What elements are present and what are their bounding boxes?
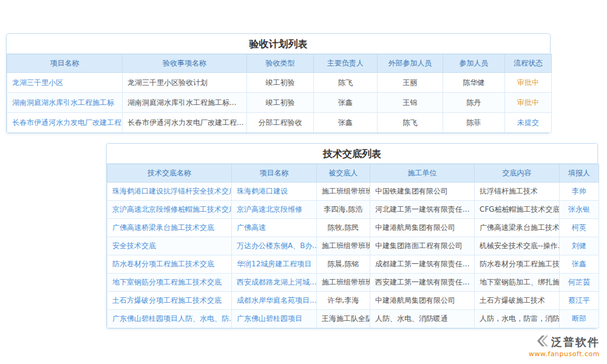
receiver-cell: 许华,李海 — [317, 292, 370, 310]
external-participants-cell: 王锦 — [378, 93, 443, 113]
column-header-owner: 主要负责人 — [314, 55, 378, 73]
acceptance-plan-title: 验收计划列表 — [7, 34, 550, 54]
project-name-link[interactable]: 成都水岸华庭名苑项目... — [232, 292, 317, 310]
acceptance-type-cell: 竣工初验 — [247, 93, 314, 113]
receiver-cell: 李四海,陈浩 — [317, 201, 370, 219]
project-name-link[interactable]: 珠海鹤港口建设 — [232, 183, 317, 201]
tech-disclosure-card: 技术交底列表 技术交底名称 项目名称 被交底人 施工单位 交底内容 填报人 珠海… — [106, 143, 598, 329]
receiver-cell: 施工班组带班班... — [317, 183, 370, 201]
project-name-link[interactable]: 广佛高速 — [232, 219, 317, 237]
unit-cell: 中建集团路面工程有限公司 — [370, 237, 475, 255]
table-row: 广东佛山碧桂园项目人防、水电、防... 广东佛山碧桂园项目 王海施工队全队 人防… — [107, 310, 599, 328]
owner-cell: 陈飞 — [314, 73, 378, 93]
reporter-link[interactable]: 张鑫 — [560, 255, 599, 274]
owner-cell: 张鑫 — [314, 113, 378, 133]
content-cell: 广佛高速梁承台施工技术... — [475, 219, 560, 237]
content-cell: 机械安全技术交底--操作... — [475, 237, 560, 255]
unit-cell: 成都建工第一建筑有限责任... — [370, 255, 475, 274]
content-cell: 抗浮锚杆施工技术 — [475, 183, 560, 201]
project-name-link[interactable]: 西安成都路龙湖上河城... — [232, 274, 317, 292]
table-row: 地下室钢筋分项工程施工技术交底 西安成都路龙湖上河城... 施工班组带班班...… — [107, 274, 599, 292]
table-row: 珠海鹤港口建设抗浮锚杆安全技术交底 珠海鹤港口建设 施工班组带班班... 中国铁… — [107, 183, 599, 201]
unit-cell: 中建港航局集团有限公司 — [370, 219, 475, 237]
disclosure-name-link[interactable]: 地下室钢筋分项工程施工技术交底 — [107, 274, 232, 292]
reporter-link[interactable]: 刘健 — [560, 237, 599, 255]
project-name-link[interactable]: 万达办公楼东侧A、B办... — [232, 237, 317, 255]
status-badge: 未提交 — [505, 113, 552, 133]
column-header-item: 验收事项名称 — [123, 55, 247, 73]
reporter-link[interactable]: 何芷茵 — [560, 274, 599, 292]
disclosure-header-row: 技术交底名称 项目名称 被交底人 施工单位 交底内容 填报人 — [107, 164, 599, 183]
column-header-unit: 施工单位 — [370, 164, 475, 183]
acceptance-plan-table: 项目名称 验收事项名称 验收类型 主要负责人 外部参加人员 参加人员 流程状态 … — [7, 54, 552, 133]
table-row: 防水卷材分项工程施工技术交底 华润12城房建工程项目 陈晨,陈铭 成都建工第一建… — [107, 255, 599, 274]
column-header-reporter: 填报人 — [560, 164, 599, 183]
project-name-link[interactable]: 湖南洞庭湖水库引水工程施工标 — [7, 93, 123, 113]
column-header-status: 流程状态 — [505, 55, 552, 73]
status-badge: 审批中 — [505, 73, 552, 93]
disclosure-name-link[interactable]: 珠海鹤港口建设抗浮锚杆安全技术交底 — [107, 183, 232, 201]
acceptance-item-cell: 长春市伊通河水力发电厂改建工程... — [123, 113, 247, 133]
participants-cell: 陈菲 — [443, 113, 505, 133]
receiver-cell: 陈晨,陈铭 — [317, 255, 370, 274]
unit-cell: 人防、水电、消防暖通 — [370, 310, 475, 328]
column-header-project: 项目名称 — [232, 164, 317, 183]
reporter-link[interactable]: 李帅 — [560, 183, 599, 201]
table-row: 湖南洞庭湖水库引水工程施工标 湖南洞庭湖水库引水工程施工标... 竣工初验 张鑫… — [7, 93, 552, 113]
disclosure-name-link[interactable]: 广佛高速桥梁承台施工技术交底 — [107, 219, 232, 237]
receiver-cell: 施工班组带班班... — [317, 237, 370, 255]
column-header-type: 验收类型 — [247, 55, 314, 73]
table-row: 安全技术交底 万达办公楼东侧A、B办... 施工班组带班班... 中建集团路面工… — [107, 237, 599, 255]
acceptance-type-cell: 竣工初验 — [247, 73, 314, 93]
column-header-project: 项目名称 — [7, 55, 123, 73]
receiver-cell: 施工班组带班班... — [317, 274, 370, 292]
fanpu-logo-icon — [537, 335, 549, 349]
acceptance-plan-card: 验收计划列表 项目名称 验收事项名称 验收类型 主要负责人 外部参加人员 参加人… — [6, 33, 551, 133]
reporter-link[interactable]: 柯英 — [560, 219, 599, 237]
table-row: 广佛高速桥梁承台施工技术交底 广佛高速 陈牧,陈民 中建港航局集团有限公司 广佛… — [107, 219, 599, 237]
column-header-external: 外部参加人员 — [378, 55, 443, 73]
tech-disclosure-title: 技术交底列表 — [107, 144, 597, 164]
fanpu-logo: 泛普软件 www.fanpusoft.com — [529, 335, 600, 358]
table-row: 龙湖三千里小区 龙湖三千里小区验收计划 竣工初验 陈飞 王丽 陈华健 审批中 — [7, 73, 552, 93]
reporter-link[interactable]: 断部 — [560, 310, 599, 328]
project-name-link[interactable]: 华润12城房建工程项目 — [232, 255, 317, 274]
unit-cell: 中国铁建集团有限公司 — [370, 183, 475, 201]
table-row: 京沪高速北京段维修桩帽施工技术交底 京沪高速北京段维修 李四海,陈浩 河北建工第… — [107, 201, 599, 219]
acceptance-item-cell: 湖南洞庭湖水库引水工程施工标... — [123, 93, 247, 113]
unit-cell: 西安建工第一建筑有限责任... — [370, 274, 475, 292]
reporter-link[interactable]: 蔡江平 — [560, 292, 599, 310]
external-participants-cell: 陈飞 — [378, 113, 443, 133]
external-participants-cell: 王丽 — [378, 73, 443, 93]
disclosure-name-link[interactable]: 土石方爆破分项工程施工技术交底 — [107, 292, 232, 310]
project-name-link[interactable]: 长春市伊通河水力发电厂改建工程 — [7, 113, 123, 133]
project-name-link[interactable]: 广东佛山碧桂园项目 — [232, 310, 317, 328]
owner-cell: 张鑫 — [314, 93, 378, 113]
reporter-link[interactable]: 张永银 — [560, 201, 599, 219]
table-row: 土石方爆破分项工程施工技术交底 成都水岸华庭名苑项目... 许华,李海 中建港航… — [107, 292, 599, 310]
content-cell: CFG桩桩帽施工技术交底。 — [475, 201, 560, 219]
project-name-link[interactable]: 龙湖三千里小区 — [7, 73, 123, 93]
acceptance-type-cell: 分部工程验收 — [247, 113, 314, 133]
unit-cell: 河北建工第一建筑有限责任... — [370, 201, 475, 219]
acceptance-item-cell: 龙湖三千里小区验收计划 — [123, 73, 247, 93]
receiver-cell: 王海施工队全队 — [317, 310, 370, 328]
disclosure-name-link[interactable]: 安全技术交底 — [107, 237, 232, 255]
participants-cell: 陈华健 — [443, 73, 505, 93]
fanpu-url-text: www.fanpusoft.com — [529, 350, 600, 358]
fanpu-brand-text: 泛普软件 — [551, 335, 600, 349]
column-header-receiver: 被交底人 — [317, 164, 370, 183]
project-name-link[interactable]: 京沪高速北京段维修 — [232, 201, 317, 219]
tech-disclosure-table: 技术交底名称 项目名称 被交底人 施工单位 交底内容 填报人 珠海鹤港口建设抗浮… — [107, 164, 599, 328]
disclosure-name-link[interactable]: 广东佛山碧桂园项目人防、水电、防... — [107, 310, 232, 328]
column-header-disclosure-name: 技术交底名称 — [107, 164, 232, 183]
disclosure-name-link[interactable]: 京沪高速北京段维修桩帽施工技术交底 — [107, 201, 232, 219]
participants-cell: 陈丹 — [443, 93, 505, 113]
disclosure-name-link[interactable]: 防水卷材分项工程施工技术交底 — [107, 255, 232, 274]
acceptance-header-row: 项目名称 验收事项名称 验收类型 主要负责人 外部参加人员 参加人员 流程状态 — [7, 55, 552, 73]
column-header-participants: 参加人员 — [443, 55, 505, 73]
content-cell: 防水卷材分项工程施工技术 — [475, 255, 560, 274]
receiver-cell: 陈牧,陈民 — [317, 219, 370, 237]
table-row: 长春市伊通河水力发电厂改建工程 长春市伊通河水力发电厂改建工程... 分部工程验… — [7, 113, 552, 133]
content-cell: 人防，水电，防雷，消防... — [475, 310, 560, 328]
